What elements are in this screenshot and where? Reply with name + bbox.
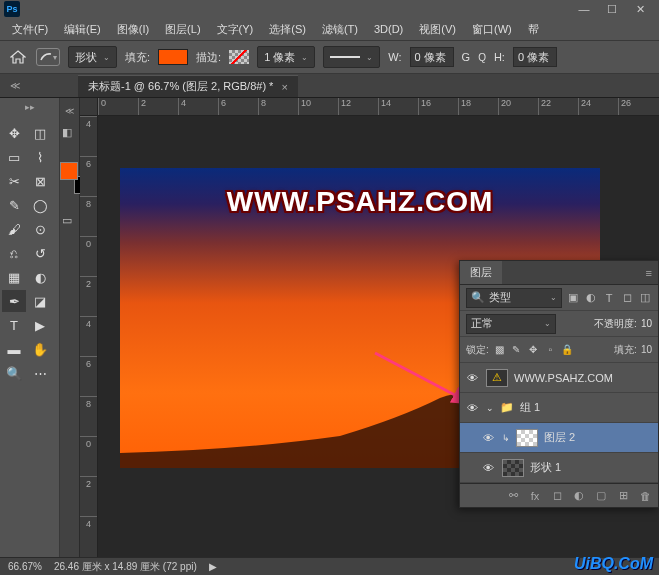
artboard-tool[interactable]: ◫ xyxy=(28,122,52,144)
lock-transparency-icon[interactable]: ▩ xyxy=(493,343,506,356)
blend-mode-select[interactable]: 正常 ⌄ xyxy=(466,314,556,334)
layer-filter-select[interactable]: 🔍 类型 ⌄ xyxy=(466,288,562,308)
swatches-icon[interactable]: ◧ xyxy=(62,126,78,142)
vertical-ruler[interactable]: 46802468024 xyxy=(80,116,98,557)
clone-tool[interactable]: ⎌ xyxy=(2,242,26,264)
brush-tool[interactable]: 🖌 xyxy=(2,218,26,240)
home-icon[interactable] xyxy=(8,47,28,67)
pen-tool[interactable]: ✒ xyxy=(2,290,26,312)
marquee-tool[interactable]: ▭ xyxy=(2,146,26,168)
layer-thumbnail[interactable] xyxy=(516,429,538,447)
document-tab[interactable]: 未标题-1 @ 66.7% (图层 2, RGB/8#) * × xyxy=(78,75,298,97)
visibility-toggle[interactable]: 👁 xyxy=(480,430,496,446)
tool-preset-icon[interactable]: ▾ xyxy=(36,48,60,66)
shape-tool[interactable]: ▬ xyxy=(2,338,26,360)
zoom-tool[interactable]: 🔍 xyxy=(2,362,26,384)
layer-item-layer2[interactable]: 👁 ↳ 图层 2 xyxy=(460,423,658,453)
layer-list: 👁 WWW.PSAHZ.COM 👁 ⌄ 📁 组 1 👁 ↳ 图层 2 👁 形状 … xyxy=(460,363,658,483)
shape-mode-select[interactable]: 形状 ⌄ xyxy=(68,46,117,68)
horizontal-ruler[interactable]: 02468101214161820222426 xyxy=(98,98,659,116)
stroke-width-select[interactable]: 1 像素 ⌄ xyxy=(257,46,315,68)
blur-tool[interactable]: ◐ xyxy=(28,266,52,288)
fill-value[interactable]: 10 xyxy=(641,344,652,355)
frame-tool[interactable]: ⊠ xyxy=(28,170,52,192)
new-group-icon[interactable]: ▢ xyxy=(594,489,608,503)
filter-adjust-icon[interactable]: ◐ xyxy=(584,291,598,305)
elliptical-marquee-tool[interactable]: ◯ xyxy=(28,194,52,216)
fill-label: 填充: xyxy=(125,50,150,65)
ruler-origin[interactable] xyxy=(80,98,98,116)
type-tool[interactable]: T xyxy=(2,314,26,336)
maximize-button[interactable]: ☐ xyxy=(605,2,619,16)
healing-tool[interactable]: ⊙ xyxy=(28,218,52,240)
search-icon: 🔍 xyxy=(471,291,485,304)
eraser-tool[interactable]: ◪ xyxy=(28,290,52,312)
filter-type-icon[interactable]: T xyxy=(602,291,616,305)
menu-select[interactable]: 选择(S) xyxy=(263,20,312,39)
document-dimensions[interactable]: 26.46 厘米 x 14.89 厘米 (72 ppi) xyxy=(54,560,197,574)
lasso-tool[interactable]: ⌇ xyxy=(28,146,52,168)
lock-artboard-icon[interactable]: ▫ xyxy=(544,343,557,356)
delete-layer-icon[interactable]: 🗑 xyxy=(638,489,652,503)
move-tool[interactable]: ✥ xyxy=(2,122,26,144)
lock-all-icon[interactable]: 🔒 xyxy=(561,343,574,356)
folder-icon: 📁 xyxy=(500,401,514,414)
history-brush-tool[interactable]: ↺ xyxy=(28,242,52,264)
eyedropper-tool[interactable]: ✎ xyxy=(2,194,26,216)
edit-toolbar[interactable]: ⋯ xyxy=(28,362,52,384)
collapse-tools-icon[interactable]: ▸▸ xyxy=(0,98,59,116)
menu-help[interactable]: 帮 xyxy=(522,20,545,39)
filter-shape-icon[interactable]: ◻ xyxy=(620,291,634,305)
menu-view[interactable]: 视图(V) xyxy=(413,20,462,39)
panel-icon[interactable]: ▭ xyxy=(62,214,78,230)
panel-menu-icon[interactable]: ≡ xyxy=(640,267,658,279)
menu-image[interactable]: 图像(I) xyxy=(111,20,155,39)
layer-mask-icon[interactable]: ◻ xyxy=(550,489,564,503)
layer-thumbnail[interactable] xyxy=(486,369,508,387)
menu-filter[interactable]: 滤镜(T) xyxy=(316,20,364,39)
layer-thumbnail[interactable] xyxy=(502,459,524,477)
filter-image-icon[interactable]: ▣ xyxy=(566,291,580,305)
menu-layer[interactable]: 图层(L) xyxy=(159,20,206,39)
zoom-level[interactable]: 66.67% xyxy=(8,561,42,572)
lock-position-icon[interactable]: ✥ xyxy=(527,343,540,356)
close-tab-button[interactable]: × xyxy=(281,81,287,93)
fill-color-swatch[interactable] xyxy=(158,49,188,65)
stroke-color-swatch[interactable] xyxy=(229,50,249,64)
visibility-toggle[interactable]: 👁 xyxy=(464,370,480,386)
link-layers-icon[interactable]: ⚯ xyxy=(506,489,520,503)
path-select-tool[interactable]: ▶ xyxy=(28,314,52,336)
stroke-style-select[interactable]: ⌄ xyxy=(323,46,380,68)
menu-type[interactable]: 文字(Y) xyxy=(211,20,260,39)
close-window-button[interactable]: ✕ xyxy=(633,2,647,16)
disclosure-icon[interactable]: ⌄ xyxy=(486,403,494,413)
expand-panels-icon[interactable]: ≪ xyxy=(10,80,24,90)
link-icon[interactable]: G xyxy=(462,51,471,63)
width-field[interactable]: 0 像素 xyxy=(410,47,454,67)
expand-dock-icon[interactable]: ≪ xyxy=(65,106,74,116)
height-field[interactable]: 0 像素 xyxy=(513,47,557,67)
filter-smart-icon[interactable]: ◫ xyxy=(638,291,652,305)
visibility-toggle[interactable]: 👁 xyxy=(464,400,480,416)
minimize-button[interactable]: — xyxy=(577,2,591,16)
layer-fx-icon[interactable]: fx xyxy=(528,489,542,503)
menu-file[interactable]: 文件(F) xyxy=(6,20,54,39)
new-layer-icon[interactable]: ⊞ xyxy=(616,489,630,503)
menu-window[interactable]: 窗口(W) xyxy=(466,20,518,39)
status-bar: 66.67% 26.46 厘米 x 14.89 厘米 (72 ppi) ▶ xyxy=(0,557,659,575)
visibility-toggle[interactable]: 👁 xyxy=(480,460,496,476)
layer-item-text[interactable]: 👁 WWW.PSAHZ.COM xyxy=(460,363,658,393)
menu-3d[interactable]: 3D(D) xyxy=(368,21,409,37)
lock-pixels-icon[interactable]: ✎ xyxy=(510,343,523,356)
opacity-value[interactable]: 10 xyxy=(641,318,652,329)
adjustment-layer-icon[interactable]: ◐ xyxy=(572,489,586,503)
crop-tool[interactable]: ✂ xyxy=(2,170,26,192)
gradient-tool[interactable]: ▦ xyxy=(2,266,26,288)
menu-edit[interactable]: 编辑(E) xyxy=(58,20,107,39)
hand-tool[interactable]: ✋ xyxy=(28,338,52,360)
foreground-color-swatch[interactable] xyxy=(60,162,78,180)
layers-tab[interactable]: 图层 xyxy=(460,261,502,284)
status-arrow-icon[interactable]: ▶ xyxy=(209,561,217,572)
layer-item-group[interactable]: 👁 ⌄ 📁 组 1 xyxy=(460,393,658,423)
layer-item-shape1[interactable]: 👁 形状 1 xyxy=(460,453,658,483)
